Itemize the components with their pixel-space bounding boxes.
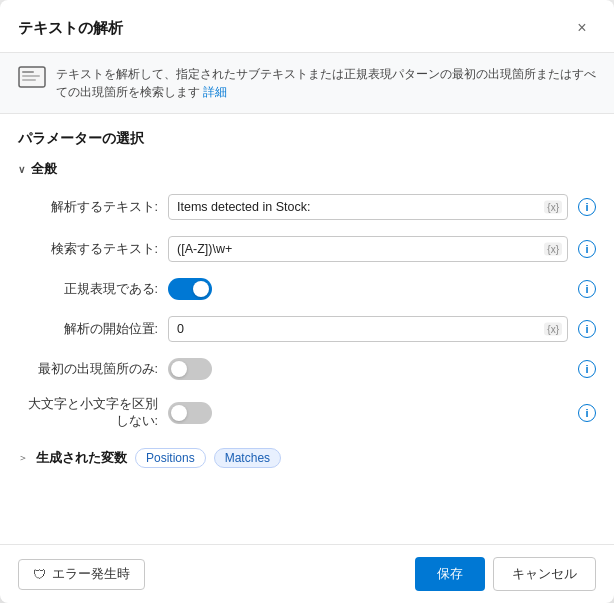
- info-banner: テキストを解析して、指定されたサブテキストまたは正規表現パターンの最初の出現箇所…: [0, 53, 614, 114]
- label-parse-text: 解析するテキスト:: [18, 199, 158, 216]
- error-button[interactable]: 🛡 エラー発生時: [18, 559, 145, 590]
- case-insensitive-toggle-wrap: [168, 402, 212, 424]
- save-button[interactable]: 保存: [415, 557, 485, 591]
- general-group-label: 全般: [31, 160, 57, 178]
- matches-tag[interactable]: Matches: [214, 448, 281, 468]
- case-insensitive-info-icon[interactable]: i: [578, 404, 596, 422]
- form-row-search-text: 検索するテキスト: {x} i: [18, 228, 596, 270]
- label-case-insensitive: 大文字と小文字を区別しない:: [18, 396, 158, 430]
- toggle-thumb1: [171, 361, 187, 377]
- input-wrap-parse-text: {x}: [168, 194, 568, 220]
- start-pos-info-icon[interactable]: i: [578, 320, 596, 338]
- form-row-is-regex: 正規表現である: i: [18, 270, 596, 308]
- search-text-badge: {x}: [544, 243, 562, 256]
- toggle-track-off2: [168, 402, 212, 424]
- parse-text-info-icon[interactable]: i: [578, 198, 596, 216]
- svg-rect-1: [22, 71, 34, 73]
- banner-text: テキストを解析して、指定されたサブテキストまたは正規表現パターンの最初の出現箇所…: [56, 65, 596, 101]
- chevron-right-generated-icon: ＞: [18, 451, 28, 465]
- form-section: 解析するテキスト: {x} i 検索するテキスト: {x} i 正規表現である:: [0, 186, 614, 438]
- toggle-track-off1: [168, 358, 212, 380]
- is-regex-toggle[interactable]: [168, 278, 212, 300]
- start-pos-input[interactable]: [168, 316, 568, 342]
- case-insensitive-toggle[interactable]: [168, 402, 212, 424]
- svg-rect-2: [22, 75, 40, 77]
- label-search-text: 検索するテキスト:: [18, 241, 158, 258]
- info-banner-icon: [18, 66, 46, 88]
- dialog-title: テキストの解析: [18, 19, 123, 38]
- section-title: パラメーターの選択: [0, 114, 614, 156]
- is-regex-info-icon[interactable]: i: [578, 280, 596, 298]
- banner-link[interactable]: 詳細: [203, 85, 227, 99]
- search-text-input[interactable]: [168, 236, 568, 262]
- footer-right: 保存 キャンセル: [415, 557, 596, 591]
- generated-variables-label: 生成された変数: [36, 449, 127, 467]
- label-start-pos: 解析の開始位置:: [18, 321, 158, 338]
- general-group-header[interactable]: ∨ 全般: [0, 156, 614, 186]
- error-button-label: エラー発生時: [52, 566, 130, 583]
- start-pos-badge: {x}: [544, 323, 562, 336]
- parse-text-badge: {x}: [544, 201, 562, 214]
- input-wrap-start-pos: {x}: [168, 316, 568, 342]
- form-row-parse-text: 解析するテキスト: {x} i: [18, 186, 596, 228]
- dialog: テキストの解析 × テキストを解析して、指定されたサブテキストまたは正規表現パタ…: [0, 0, 614, 603]
- footer-left: 🛡 エラー発生時: [18, 559, 145, 590]
- first-only-info-icon[interactable]: i: [578, 360, 596, 378]
- first-only-toggle[interactable]: [168, 358, 212, 380]
- label-first-only: 最初の出現箇所のみ:: [18, 361, 158, 378]
- cancel-button[interactable]: キャンセル: [493, 557, 596, 591]
- is-regex-toggle-wrap: [168, 278, 212, 300]
- generated-variables-section: ＞ 生成された変数 Positions Matches: [0, 438, 614, 472]
- input-wrap-search-text: {x}: [168, 236, 568, 262]
- chevron-down-icon: ∨: [18, 164, 25, 175]
- first-only-toggle-wrap: [168, 358, 212, 380]
- toggle-thumb: [193, 281, 209, 297]
- form-row-case-insensitive: 大文字と小文字を区別しない: i: [18, 388, 596, 438]
- shield-icon: 🛡: [33, 567, 46, 582]
- search-text-info-icon[interactable]: i: [578, 240, 596, 258]
- dialog-footer: 🛡 エラー発生時 保存 キャンセル: [0, 544, 614, 603]
- form-row-first-only: 最初の出現箇所のみ: i: [18, 350, 596, 388]
- close-button[interactable]: ×: [568, 14, 596, 42]
- parse-text-input[interactable]: [168, 194, 568, 220]
- label-is-regex: 正規表現である:: [18, 281, 158, 298]
- title-bar: テキストの解析 ×: [0, 0, 614, 53]
- svg-rect-3: [22, 79, 36, 81]
- toggle-thumb2: [171, 405, 187, 421]
- positions-tag[interactable]: Positions: [135, 448, 206, 468]
- toggle-track-on: [168, 278, 212, 300]
- form-row-start-pos: 解析の開始位置: {x} i: [18, 308, 596, 350]
